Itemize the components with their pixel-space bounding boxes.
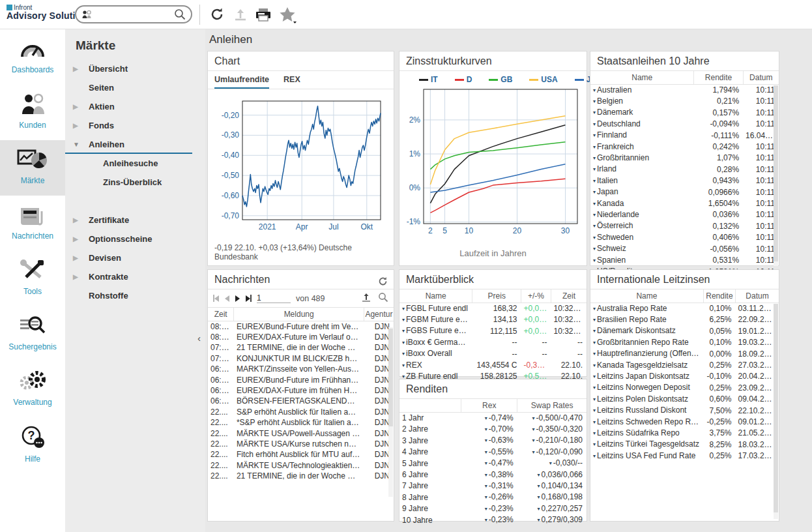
table-row[interactable]: 7 Jahre▾-0,31%▾0,104/0,134 — [399, 480, 587, 492]
page-number-input[interactable] — [257, 293, 291, 303]
table-row[interactable]: 08:31EUREX/DAX-Future im Verlauf ohne ..… — [208, 332, 394, 342]
dropdown-icon[interactable]: ▾ — [485, 415, 487, 421]
scrollbar[interactable] — [388, 327, 393, 497]
dropdown-icon[interactable]: ▾ — [538, 483, 540, 489]
nav-item-fonds[interactable]: ▶Fonds — [65, 116, 205, 135]
table-row[interactable]: ▾iBoxx Overall------ — [399, 348, 587, 359]
table-row[interactable]: ▾Leitzins Schweden Repo Rate-0,25%09.01.… — [590, 417, 779, 428]
table-row[interactable]: ▾Italien0,943%10:11 — [590, 175, 779, 186]
dropdown-icon[interactable]: ▾ — [593, 351, 596, 357]
dropdown-icon[interactable]: ▾ — [485, 426, 487, 432]
dropdown-icon[interactable]: ▾ — [593, 419, 596, 425]
sidebar-item-tools[interactable]: Tools — [0, 251, 65, 306]
dropdown-icon[interactable]: ▾ — [538, 472, 540, 478]
table-row[interactable]: ▾Dänemark0,157%10:11 — [590, 107, 779, 118]
dropdown-icon[interactable]: ▾ — [593, 178, 596, 184]
prev-page-icon[interactable] — [225, 295, 229, 302]
column-header[interactable]: Rendite — [694, 71, 743, 84]
dropdown-icon[interactable]: ▾ — [593, 328, 596, 334]
dropdown-icon[interactable]: ▾ — [593, 201, 596, 207]
table-row[interactable]: 22....Fitch erhöht Ausblick für MTU auf … — [208, 449, 394, 460]
table-row[interactable]: ▾REX143,4554 C-0,36%22.10. — [399, 360, 587, 371]
upload-icon[interactable] — [232, 6, 250, 24]
table-row[interactable]: ▾FGBS Future endl112,115+0,02%10:32:51 — [399, 325, 587, 336]
table-row[interactable]: 2 Jahre▾-0,70%▾-0,350/-0,320 — [399, 424, 587, 435]
legend-item-j[interactable]: J — [575, 75, 591, 84]
dropdown-icon[interactable]: ▾ — [485, 449, 487, 455]
dropdown-icon[interactable]: ▾ — [593, 258, 596, 263]
dropdown-icon[interactable]: ▾ — [593, 306, 596, 312]
table-row[interactable]: 22....21 TERMINE, die in der Woche wich.… — [208, 471, 394, 481]
dropdown-icon[interactable]: ▾ — [485, 472, 487, 478]
table-row[interactable]: ▾iBoxx € Germany TR------ — [399, 337, 587, 348]
dropdown-icon[interactable]: ▾ — [402, 328, 405, 334]
dropdown-icon[interactable]: ▾ — [593, 110, 596, 115]
column-header[interactable]: Meldung — [234, 308, 364, 321]
dropdown-icon[interactable]: ▾ — [485, 517, 487, 523]
table-row[interactable]: ▾Schweiz-0,056%10:11 — [590, 243, 779, 254]
nav-item-zins-berblick[interactable]: Zins-Überblick — [65, 173, 205, 192]
column-header[interactable] — [399, 399, 461, 412]
dropdown-icon[interactable]: ▾ — [532, 426, 535, 432]
column-header[interactable]: Swap Rates — [517, 399, 587, 412]
nav-item-kontrakte[interactable]: ▶Kontrakte — [65, 267, 205, 286]
dropdown-icon[interactable]: ▾ — [593, 317, 596, 323]
table-row[interactable]: ▾Leitzins Russland Diskont7,50%22.10.202… — [590, 405, 779, 416]
legend-item-d[interactable]: D — [455, 75, 472, 84]
table-row[interactable]: ▾Leitzins Türkei Tagesgeldsatz8,25%18.03… — [590, 439, 779, 450]
nav-item-optionsscheine[interactable]: ▶Optionsscheine — [65, 229, 205, 248]
table-row[interactable]: 5 Jahre▾-0,47%▾-0,030/-- — [399, 458, 587, 469]
table-row[interactable]: 10 Jahre▾-0,23%▾0,279/0,309 — [399, 514, 587, 525]
table-row[interactable]: ▾Leitzins Japan Diskontsatz-0,10%20.04.2… — [590, 371, 779, 382]
column-header[interactable]: Rex — [461, 399, 517, 412]
dropdown-icon[interactable]: ▾ — [549, 460, 552, 466]
nav-item-devisen[interactable]: ▶Devisen — [65, 248, 205, 267]
news-search-icon[interactable] — [378, 292, 388, 305]
dropdown-icon[interactable]: ▾ — [485, 506, 487, 512]
table-row[interactable]: ▾Belgien0,21%10:11 — [590, 96, 779, 107]
column-header[interactable]: Datum — [736, 289, 779, 303]
table-row[interactable]: ▾Leitzins USA Fed Fund Rate0,25%17.03.20… — [590, 451, 779, 462]
dropdown-icon[interactable]: ▾ — [593, 362, 596, 368]
table-row[interactable]: 9 Jahre▾-0,23%▾0,227/0,257 — [399, 503, 587, 514]
dropdown-icon[interactable]: ▾ — [538, 494, 540, 500]
dropdown-icon[interactable]: ▾ — [593, 166, 596, 172]
table-row[interactable]: 4 Jahre▾-0,55%▾-0,120/-0,090 — [399, 447, 587, 458]
dropdown-icon[interactable]: ▾ — [593, 453, 596, 459]
table-row[interactable]: ▾Spanien0,531%10:11 — [590, 255, 779, 266]
sidebar-item-maerkte[interactable]: Märkte — [0, 140, 65, 196]
dropdown-icon[interactable]: ▾ — [532, 437, 535, 443]
table-row[interactable]: ▾Australia Repo Rate0,10%03.11.2020 — [590, 303, 779, 314]
chevron-right-icon[interactable]: ▶ — [73, 229, 78, 248]
dropdown-icon[interactable]: ▾ — [402, 306, 405, 312]
dropdown-icon[interactable]: ▾ — [402, 317, 405, 323]
column-header[interactable]: Preis — [472, 289, 521, 303]
table-row[interactable]: ▾Finnland-0,111%16.04.20 — [590, 130, 779, 141]
column-header[interactable]: Zeit — [208, 308, 234, 321]
table-row[interactable]: ▾Frankreich0,242%10:11 — [590, 141, 779, 153]
table-row[interactable]: 8 Jahre▾-0,26%▾0,168/0,198 — [399, 492, 587, 503]
chevron-right-icon[interactable]: ▶ — [73, 116, 78, 135]
table-row[interactable]: 22....MÄRKTE USA/Kurse rutschen nach ...… — [208, 439, 394, 449]
print-icon[interactable] — [254, 6, 272, 24]
scrollbar[interactable] — [774, 304, 778, 519]
table-row[interactable]: 22....MÄRKTE USA/Technologieaktien im ..… — [208, 460, 394, 471]
dropdown-icon[interactable]: ▾ — [593, 155, 596, 161]
dropdown-icon[interactable]: ▾ — [485, 483, 487, 489]
sidebar-item-verwaltung[interactable]: Verwaltung — [0, 362, 65, 417]
dropdown-icon[interactable]: ▾ — [593, 396, 596, 402]
dropdown-icon[interactable]: ▾ — [593, 132, 596, 138]
table-row[interactable]: ▾Australien1,794%10:11 — [590, 84, 779, 96]
tab-umlaufrendite[interactable]: Umlaufrendite — [214, 75, 269, 89]
table-row[interactable]: 07:00KONJUNKTUR IM BLICK/EZB hält tro...… — [208, 353, 394, 364]
last-page-icon[interactable] — [246, 295, 252, 302]
table-row[interactable]: ▾Österreich0,132%10:11 — [590, 220, 779, 231]
dropdown-icon[interactable]: ▾ — [593, 121, 596, 127]
chevron-right-icon[interactable]: ▶ — [73, 267, 78, 286]
favorites-icon[interactable] — [278, 6, 296, 24]
column-header[interactable]: Rendite — [703, 289, 735, 303]
dropdown-icon[interactable]: ▾ — [593, 144, 596, 150]
table-row[interactable]: 08:54EUREX/Bund-Future dreht im Verla...… — [208, 321, 394, 332]
table-row[interactable]: 07:1521 TERMINE, die in der Woche wich..… — [208, 342, 394, 353]
legend-item-usa[interactable]: USA — [529, 75, 557, 84]
